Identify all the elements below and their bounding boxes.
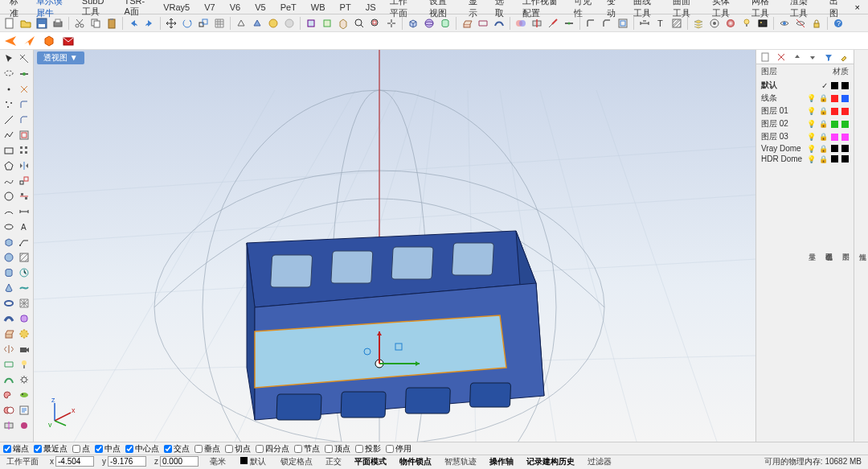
- layer-row[interactable]: 图层 02💡🔒: [756, 117, 854, 130]
- copy-icon[interactable]: [88, 16, 103, 31]
- status-toggle[interactable]: 智慧轨迹: [441, 456, 480, 467]
- props-icon[interactable]: [707, 16, 722, 31]
- layer-row[interactable]: 图层 03💡🔒: [756, 130, 854, 143]
- y-input[interactable]: [108, 456, 146, 467]
- loft-icon[interactable]: [476, 16, 490, 31]
- osnap-点[interactable]: 点: [72, 443, 90, 455]
- text-icon[interactable]: T: [653, 16, 668, 31]
- osnap-四分点[interactable]: 四分点: [256, 443, 289, 455]
- redo-icon[interactable]: [142, 16, 157, 31]
- layer-row[interactable]: HDR Dome💡🔒: [756, 154, 854, 164]
- view-persp-icon[interactable]: [336, 16, 350, 31]
- lasso-icon[interactable]: [2, 67, 16, 81]
- lock-icon[interactable]: [809, 16, 824, 31]
- osnap-垂点[interactable]: 垂点: [194, 443, 220, 455]
- polyline-icon[interactable]: [2, 128, 16, 142]
- hide-icon[interactable]: [777, 16, 792, 31]
- status-toggle[interactable]: 平面模式: [351, 456, 390, 467]
- status-toggle[interactable]: 正交: [322, 456, 345, 467]
- script-icon[interactable]: [17, 403, 31, 418]
- status-toggle[interactable]: 锁定格点: [277, 456, 316, 467]
- rect-icon[interactable]: [2, 143, 16, 158]
- sweep-icon[interactable]: [492, 16, 506, 31]
- sphere-icon[interactable]: [422, 16, 436, 31]
- align-icon[interactable]: [17, 189, 31, 204]
- osnap-切点[interactable]: 切点: [225, 443, 251, 455]
- view-front-icon[interactable]: [320, 16, 334, 31]
- split-tool-icon[interactable]: [2, 418, 16, 433]
- chamfer-icon[interactable]: [600, 16, 614, 31]
- points-icon[interactable]: [2, 97, 16, 112]
- menu-item[interactable]: WB: [305, 2, 332, 13]
- osnap-中点[interactable]: 中点: [95, 443, 121, 455]
- move-icon[interactable]: [164, 16, 178, 31]
- osnap-端点[interactable]: 端点: [3, 443, 29, 455]
- menu-item[interactable]: PT: [334, 2, 358, 13]
- menu-item[interactable]: V6: [223, 2, 247, 13]
- save-icon[interactable]: [35, 16, 49, 31]
- layer-row[interactable]: 图层 01💡🔒: [756, 105, 854, 117]
- polygon-icon[interactable]: [2, 158, 16, 173]
- zoom-icon[interactable]: [352, 16, 366, 31]
- box-icon[interactable]: [406, 16, 420, 31]
- osnap-投影[interactable]: 投影: [355, 443, 381, 455]
- materials-icon[interactable]: [723, 16, 738, 31]
- point-icon[interactable]: [2, 82, 16, 97]
- curve-icon[interactable]: [2, 174, 16, 188]
- menu-item[interactable]: PeT: [274, 2, 303, 13]
- box-tool-icon[interactable]: [2, 235, 16, 249]
- grid-icon[interactable]: [212, 16, 227, 31]
- chamfer-tool-icon[interactable]: [17, 113, 31, 127]
- analyze-icon[interactable]: [17, 265, 31, 280]
- status-toggle[interactable]: 物件锁点: [396, 456, 435, 467]
- scale-tool-icon[interactable]: [17, 174, 31, 188]
- z-input[interactable]: [160, 456, 199, 467]
- new-icon[interactable]: [2, 16, 17, 31]
- up-icon[interactable]: [791, 50, 804, 64]
- join-tool-icon[interactable]: [17, 67, 31, 81]
- tool-x1-icon[interactable]: [17, 418, 31, 433]
- fillet-icon[interactable]: [583, 16, 598, 31]
- light-tool-icon[interactable]: [17, 357, 31, 372]
- cone-tool-icon[interactable]: [2, 281, 16, 295]
- leader-icon[interactable]: [17, 235, 31, 249]
- wireframe-icon[interactable]: [234, 16, 248, 31]
- split-icon[interactable]: [530, 16, 544, 31]
- rendered-icon[interactable]: [266, 16, 280, 31]
- current-layer[interactable]: 默认: [237, 456, 269, 467]
- view-top-icon[interactable]: [304, 16, 318, 31]
- cylinder-tool-icon[interactable]: [2, 265, 16, 280]
- lights-icon[interactable]: [739, 16, 754, 31]
- layer-row[interactable]: Vray Dome💡🔒: [756, 143, 854, 154]
- rotate-icon[interactable]: [180, 16, 194, 31]
- mail-icon[interactable]: [61, 34, 76, 48]
- x-input[interactable]: [55, 456, 94, 467]
- pipe-icon[interactable]: [2, 311, 16, 326]
- osnap-顶点[interactable]: 顶点: [325, 443, 350, 455]
- cut-icon[interactable]: [72, 16, 87, 31]
- extrude-tool-icon[interactable]: [2, 327, 16, 341]
- menu-item[interactable]: V5: [248, 2, 272, 13]
- zoom-extents-icon[interactable]: [368, 16, 383, 31]
- line-icon[interactable]: [2, 113, 16, 127]
- down-icon[interactable]: [807, 50, 820, 64]
- offset-tool-icon[interactable]: [17, 128, 31, 142]
- render-icon[interactable]: [755, 16, 770, 31]
- cube-orange-icon[interactable]: [42, 34, 56, 48]
- close-icon[interactable]: ×: [850, 2, 865, 12]
- render-tool-icon[interactable]: [17, 327, 31, 341]
- osnap-交点[interactable]: 交点: [164, 443, 190, 455]
- paste-icon[interactable]: [104, 16, 119, 31]
- send-icon[interactable]: [3, 34, 18, 48]
- help-icon[interactable]: ?: [831, 16, 845, 31]
- grasshopper-icon[interactable]: [17, 388, 31, 402]
- hatch-tool-icon[interactable]: [17, 250, 31, 265]
- cylinder-icon[interactable]: [438, 16, 452, 31]
- delete-icon[interactable]: [776, 50, 788, 64]
- undo-icon[interactable]: [126, 16, 141, 31]
- ellipse-icon[interactable]: [2, 220, 16, 234]
- tools-icon[interactable]: [838, 50, 851, 64]
- osnap-停用[interactable]: 停用: [386, 443, 411, 455]
- paper-plane-icon[interactable]: [23, 34, 37, 48]
- boolean-icon[interactable]: [514, 16, 528, 31]
